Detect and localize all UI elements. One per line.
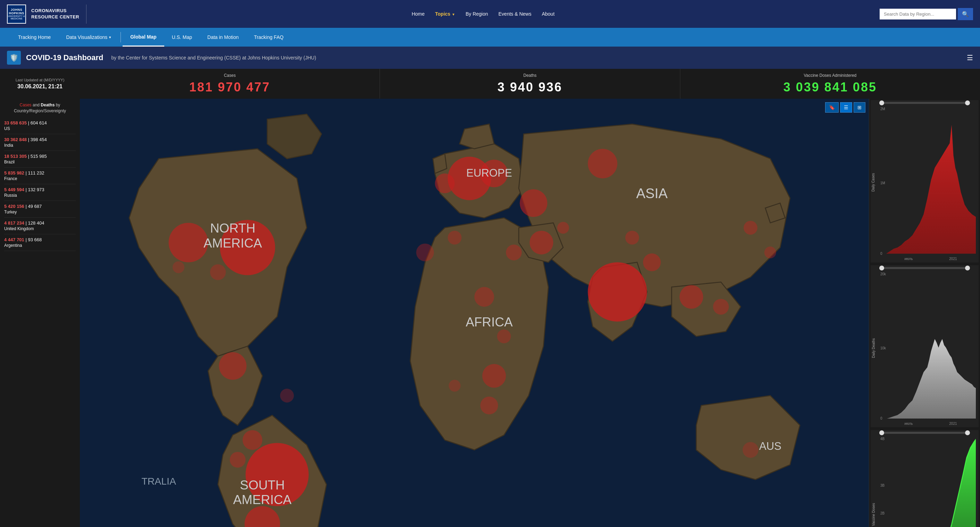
list-item[interactable]: 4 817 234 | 128 404United Kingdom bbox=[4, 217, 76, 234]
svg-point-28 bbox=[480, 397, 498, 414]
sec-nav-global-map[interactable]: Global Map bbox=[123, 28, 164, 46]
svg-text:AMERICA: AMERICA bbox=[233, 493, 292, 507]
deaths-stat: Deaths 3 940 936 bbox=[380, 69, 680, 99]
svg-point-25 bbox=[448, 231, 461, 245]
svg-point-33 bbox=[743, 442, 758, 457]
cases-slider-left[interactable] bbox=[879, 101, 884, 105]
vaccines-stat: Vaccine Doses Administered 3 039 841 085 bbox=[680, 69, 980, 99]
country-list: 33 658 635 | 604 614US30 362 848 | 398 4… bbox=[0, 118, 80, 527]
svg-point-30 bbox=[280, 389, 294, 402]
vaccines-slider-left[interactable] bbox=[879, 430, 884, 435]
deaths-label: Deaths bbox=[387, 73, 673, 78]
deaths-slider-right[interactable] bbox=[965, 265, 970, 270]
shield-icon: 🛡️ bbox=[7, 51, 21, 65]
list-view-button[interactable]: ☰ bbox=[840, 102, 852, 113]
sec-nav-data-in-motion[interactable]: Data in Motion bbox=[200, 28, 246, 46]
deaths-x-label-1: 2021 bbox=[949, 422, 957, 425]
grid-view-button[interactable]: ⊞ bbox=[854, 102, 865, 113]
secondary-nav: Tracking Home Data Visualizations ▾ Glob… bbox=[0, 28, 980, 46]
list-item[interactable]: 4 447 701 | 93 668Argentina bbox=[4, 234, 76, 251]
top-nav: JOHNS HOPKINS UNIVERSITY & MEDICINE CORO… bbox=[0, 0, 980, 28]
cases-stat: Cases 181 970 477 bbox=[80, 69, 380, 99]
cases-chart-svg bbox=[886, 106, 976, 254]
sec-nav-data-viz[interactable]: Data Visualizations ▾ bbox=[58, 28, 119, 46]
vaccines-label: Vaccine Doses Administered bbox=[687, 73, 973, 78]
vaccine-doses-y-label: Total Vaccine Doses bbox=[872, 503, 875, 527]
svg-point-7 bbox=[435, 174, 455, 193]
nav-events-news[interactable]: Events & News bbox=[498, 11, 531, 17]
search-input[interactable] bbox=[880, 9, 956, 19]
logo-university: JOHNS HOPKINS bbox=[8, 8, 25, 15]
svg-point-26 bbox=[416, 244, 434, 262]
svg-point-27 bbox=[497, 329, 511, 343]
svg-point-24 bbox=[506, 244, 522, 260]
list-item[interactable]: 5 835 982 | 111 232France bbox=[4, 168, 76, 184]
list-item[interactable]: 5 449 594 | 132 973Russia bbox=[4, 184, 76, 201]
world-map: NORTH AMERICA SOUTH AMERICA EUROPE ASIA … bbox=[80, 99, 869, 527]
nav-home[interactable]: Home bbox=[412, 11, 424, 17]
daily-cases-y-label: Daily Cases bbox=[871, 173, 875, 192]
cases-x-label-0: июль bbox=[904, 257, 913, 261]
deaths-slider-left[interactable] bbox=[879, 265, 884, 270]
svg-point-12 bbox=[474, 287, 494, 307]
svg-point-8 bbox=[588, 262, 647, 321]
main-nav-links: Home Topics ▼ By Region Events & News Ab… bbox=[97, 11, 869, 17]
jhu-logo: JOHNS HOPKINS UNIVERSITY & MEDICINE bbox=[7, 5, 26, 24]
svg-point-9 bbox=[588, 149, 617, 178]
map-area[interactable]: 🔖 ☰ ⊞ bbox=[80, 99, 869, 527]
svg-text:TRALIA: TRALIA bbox=[142, 476, 176, 487]
main-content: Cases and Deaths by Country/Region/Sover… bbox=[0, 99, 980, 527]
sec-nav-divider bbox=[121, 32, 121, 42]
daily-deaths-chart: Daily Deaths 20k 10k 0 июль 2021 bbox=[870, 265, 978, 428]
cases-value: 181 970 477 bbox=[87, 80, 372, 94]
svg-point-29 bbox=[449, 380, 460, 392]
sec-nav-us-map[interactable]: U.S. Map bbox=[164, 28, 200, 46]
menu-icon[interactable]: ☰ bbox=[967, 54, 973, 62]
list-item[interactable]: 18 513 305 | 515 985Brazil bbox=[4, 151, 76, 168]
svg-point-2 bbox=[169, 223, 208, 262]
nav-by-region[interactable]: By Region bbox=[466, 11, 488, 17]
svg-point-10 bbox=[679, 285, 703, 309]
and-text: and bbox=[33, 102, 41, 107]
daily-cases-chart: Daily Cases 2M 1M 0 июль 2021 bbox=[870, 100, 978, 262]
cases-chart-slider-track bbox=[879, 102, 970, 104]
cases-x-labels: июль 2021 bbox=[886, 257, 975, 261]
vaccines-slider-right[interactable] bbox=[965, 430, 970, 435]
vaccines-y-3b: 3B bbox=[880, 484, 885, 487]
search-button[interactable]: 🔍 bbox=[958, 8, 973, 20]
cases-text: Cases bbox=[20, 102, 32, 107]
data-viz-dropdown-arrow: ▾ bbox=[109, 35, 111, 40]
svg-point-18 bbox=[230, 452, 245, 468]
svg-point-15 bbox=[520, 189, 548, 217]
cases-y-max: 2M bbox=[880, 107, 885, 111]
svg-point-20 bbox=[625, 231, 640, 245]
svg-point-32 bbox=[173, 262, 185, 273]
svg-text:ASIA: ASIA bbox=[636, 186, 668, 201]
nav-topics[interactable]: Topics ▼ bbox=[435, 11, 455, 17]
svg-point-16 bbox=[219, 352, 247, 380]
dashboard-title: COVID-19 Dashboard bbox=[26, 53, 103, 62]
svg-point-21 bbox=[643, 254, 661, 271]
list-item[interactable]: 30 362 848 | 398 454India bbox=[4, 134, 76, 151]
cases-slider-right[interactable] bbox=[965, 101, 970, 105]
daily-deaths-y-label: Daily Deaths bbox=[872, 338, 875, 358]
svg-point-19 bbox=[557, 222, 569, 233]
cases-label: Cases bbox=[87, 73, 372, 78]
nav-about[interactable]: About bbox=[542, 11, 555, 17]
logo-area: JOHNS HOPKINS UNIVERSITY & MEDICINE CORO… bbox=[7, 5, 86, 24]
list-item[interactable]: 5 420 156 | 49 687Turkey bbox=[4, 201, 76, 217]
sec-nav-tracking-faq[interactable]: Tracking FAQ bbox=[246, 28, 291, 46]
deaths-y-mid: 10k bbox=[880, 346, 886, 350]
vaccines-y-2b: 2B bbox=[880, 511, 885, 515]
deaths-y-min: 0 bbox=[880, 417, 882, 420]
topics-dropdown-arrow: ▼ bbox=[452, 13, 455, 16]
cases-list-header: Cases and Deaths by Country/Region/Sover… bbox=[0, 99, 80, 118]
vaccines-value: 3 039 841 085 bbox=[687, 80, 973, 94]
sec-nav-tracking-home[interactable]: Tracking Home bbox=[10, 28, 58, 46]
bookmark-button[interactable]: 🔖 bbox=[825, 102, 838, 113]
svg-point-17 bbox=[243, 430, 262, 450]
resource-center-title: CORONAVIRUS RESOURCE CENTER bbox=[31, 8, 79, 20]
svg-text:NORTH: NORTH bbox=[210, 221, 256, 235]
list-item[interactable]: 33 658 635 | 604 614US bbox=[4, 118, 76, 134]
resource-title-text: CORONAVIRUS RESOURCE CENTER bbox=[31, 8, 79, 20]
